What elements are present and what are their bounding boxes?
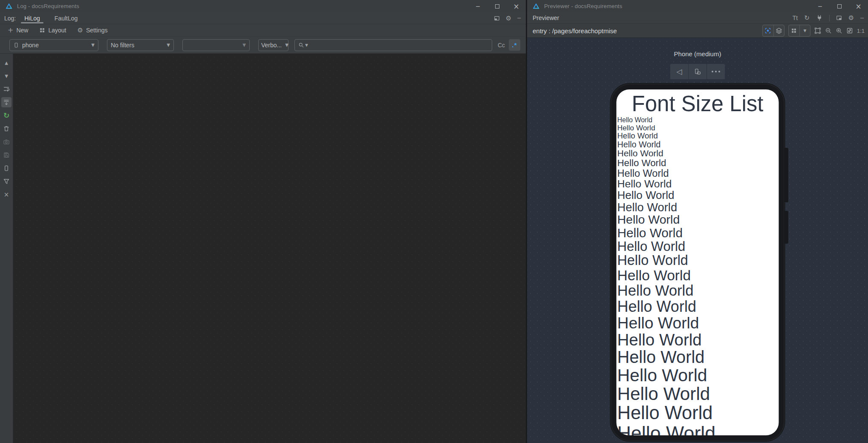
font-settings-icon[interactable]: Tt bbox=[793, 14, 798, 21]
scroll-to-end-icon[interactable] bbox=[1, 97, 12, 107]
previewer-window-title: Previewer - docsRequirements bbox=[544, 3, 622, 9]
settings-button[interactable]: ⚙ Settings bbox=[77, 26, 107, 34]
hello-world-text: Hello World bbox=[617, 253, 779, 268]
search-icon bbox=[298, 42, 304, 48]
filter-funnel-icon[interactable] bbox=[1, 176, 12, 187]
back-button[interactable]: ◁ bbox=[670, 64, 688, 79]
hello-world-text: Hello World bbox=[617, 178, 779, 190]
hello-world-text: Hello World bbox=[617, 190, 779, 201]
device-manager-icon[interactable] bbox=[1, 163, 12, 173]
refresh-icon[interactable]: ↻ bbox=[804, 14, 810, 22]
phone-screen[interactable]: Font Size List Hello World Hello World H… bbox=[617, 89, 779, 435]
zoom-ratio-button[interactable]: 1:1 bbox=[857, 28, 865, 34]
maximize-icon[interactable] bbox=[830, 0, 849, 12]
log-body: ▲ ▼ ↻ × bbox=[0, 54, 526, 443]
hello-world-text: Hello World bbox=[617, 140, 779, 149]
maximize-icon[interactable] bbox=[487, 0, 507, 12]
log-actionrow: + New Layout ⚙ Settings bbox=[0, 24, 526, 37]
regex-toggle[interactable]: .* bbox=[509, 39, 520, 51]
fit-to-screen-icon[interactable] bbox=[846, 27, 853, 34]
log-window-controls: ─ × bbox=[468, 0, 526, 12]
hello-world-text: Hello World bbox=[617, 385, 779, 403]
log-level-select[interactable]: Verbo... ▼ bbox=[258, 39, 288, 51]
close-icon[interactable]: × bbox=[849, 0, 868, 12]
screenshot-icon[interactable] bbox=[1, 137, 12, 147]
layout-grid-icon bbox=[39, 27, 45, 33]
deveco-logo-icon bbox=[5, 3, 13, 10]
minimize-icon[interactable]: ─ bbox=[468, 0, 487, 12]
tab-faultlog[interactable]: FaultLog bbox=[52, 12, 80, 24]
device-select[interactable]: phone ▼ bbox=[9, 39, 98, 51]
entry-bar: entry : /pages/foreachoptmise bbox=[527, 24, 868, 38]
frame-bounds-icon[interactable] bbox=[814, 27, 821, 34]
scroll-to-bottom-icon[interactable]: ▼ bbox=[1, 71, 12, 81]
log-titlebar: Log - docsRequirements ─ × bbox=[0, 0, 526, 12]
log-search-box: ▼ bbox=[294, 39, 492, 51]
grid-view-button[interactable] bbox=[789, 25, 799, 36]
log-filterrow: phone ▼ No filters ▼ ▼ Verbo... ▼ ▼ Cc .… bbox=[0, 37, 526, 54]
gear-icon[interactable]: ⚙ bbox=[506, 14, 511, 22]
zoom-out-icon[interactable] bbox=[825, 27, 832, 34]
hello-world-text: Hello World bbox=[617, 366, 779, 385]
scroll-to-top-icon[interactable]: ▲ bbox=[1, 58, 12, 68]
hello-world-text: Hello World bbox=[617, 226, 779, 239]
zoom-in-icon[interactable] bbox=[836, 27, 842, 34]
minimize-icon[interactable]: ─ bbox=[810, 0, 830, 12]
log-search-input[interactable] bbox=[308, 42, 488, 49]
hide-panel-icon[interactable]: ─ bbox=[860, 15, 864, 21]
hello-world-text: Hello World bbox=[617, 331, 779, 348]
layout-panel-icon[interactable] bbox=[836, 15, 842, 21]
view-mode-dropdown[interactable]: ▼ bbox=[799, 25, 810, 36]
hello-world-text: Hello World bbox=[617, 168, 779, 179]
hide-panel-icon[interactable]: ─ bbox=[517, 15, 521, 21]
layers-icon bbox=[776, 27, 782, 34]
log-output-area[interactable] bbox=[13, 54, 526, 443]
hello-world-text: Hello World bbox=[617, 315, 779, 331]
previewer-canvas[interactable]: Phone (medium) ◁ Font Size List Hello Wo… bbox=[527, 38, 868, 443]
phone-power-button bbox=[784, 211, 788, 244]
plus-icon: + bbox=[8, 27, 13, 34]
log-tabrow: Log: HiLog FaultLog ⚙ ─ bbox=[0, 12, 526, 24]
chevron-down-icon: ▼ bbox=[88, 43, 95, 47]
ellipsis-icon bbox=[712, 71, 720, 72]
hello-world-text: Hello World bbox=[617, 423, 779, 435]
hello-world-text: Hello World bbox=[617, 117, 779, 124]
filter-select[interactable]: No filters ▼ bbox=[107, 39, 174, 51]
chevron-down-icon: ▼ bbox=[803, 29, 806, 33]
gear-icon[interactable]: ⚙ bbox=[848, 14, 854, 22]
phone-volume-button bbox=[784, 148, 788, 202]
close-icon[interactable]: × bbox=[507, 0, 526, 12]
new-button[interactable]: + New bbox=[8, 27, 28, 34]
layout-panel-icon[interactable] bbox=[494, 15, 500, 21]
inspect-mode-button[interactable] bbox=[763, 25, 773, 36]
hello-world-text: Hello World bbox=[617, 124, 779, 132]
log-window-title: Log - docsRequirements bbox=[17, 3, 79, 9]
log-window: Log - docsRequirements ─ × Log: HiLog Fa… bbox=[0, 0, 526, 443]
hello-world-list: Hello World Hello World Hello World Hell… bbox=[617, 117, 779, 435]
hello-world-text: Hello World bbox=[617, 158, 779, 168]
process-select[interactable]: ▼ bbox=[182, 39, 250, 51]
more-options-button[interactable] bbox=[707, 64, 725, 79]
hello-world-text: Hello World bbox=[617, 213, 779, 226]
export-log-icon[interactable] bbox=[1, 150, 12, 160]
hello-world-text: Hello World bbox=[617, 132, 779, 140]
divider bbox=[829, 15, 830, 21]
log-label: Log: bbox=[4, 15, 16, 22]
device-profile-label: Phone (medium) bbox=[527, 50, 868, 58]
rotate-device-button[interactable] bbox=[688, 64, 707, 79]
soft-wrap-icon[interactable] bbox=[1, 84, 12, 94]
settings-gear-icon: ⚙ bbox=[77, 26, 83, 34]
tab-hilog[interactable]: HiLog bbox=[22, 12, 43, 24]
layout-button[interactable]: Layout bbox=[39, 27, 66, 34]
layers-button[interactable] bbox=[773, 25, 784, 36]
chevron-down-icon: ▼ bbox=[282, 43, 288, 47]
close-panel-icon[interactable]: × bbox=[1, 190, 12, 200]
plugin-icon[interactable] bbox=[816, 14, 823, 21]
previewer-panel-title: Previewer bbox=[533, 14, 559, 21]
match-case-toggle[interactable]: Cc bbox=[498, 42, 505, 49]
phone-frame: Font Size List Hello World Hello World H… bbox=[611, 83, 785, 441]
app-title: Font Size List bbox=[617, 91, 779, 117]
restart-session-icon[interactable]: ↻ bbox=[1, 110, 12, 121]
clear-log-icon[interactable] bbox=[1, 124, 12, 134]
search-options-chevron-icon[interactable]: ▼ bbox=[305, 43, 308, 47]
